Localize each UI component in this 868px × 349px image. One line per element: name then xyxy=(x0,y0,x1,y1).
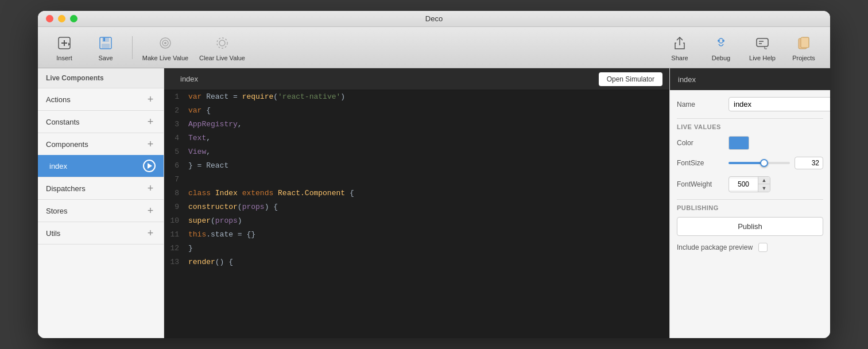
sidebar-section-stores-header[interactable]: Stores + xyxy=(38,200,164,222)
code-line-5: 5 View, xyxy=(164,145,669,159)
sidebar-section-utils-add[interactable]: + xyxy=(145,228,156,238)
line-num-13: 13 xyxy=(164,255,188,269)
code-editor[interactable]: 1 var React = require('react-native') 2 … xyxy=(164,90,669,338)
sidebar-section-stores-add[interactable]: + xyxy=(145,205,156,216)
projects-button[interactable]: Projects xyxy=(784,30,823,65)
line-num-6: 6 xyxy=(164,159,188,173)
line-content-11: this.state = {} xyxy=(188,228,669,242)
line-content-1: var React = require('react-native') xyxy=(188,90,669,104)
svg-point-10 xyxy=(164,42,166,44)
toolbar-separator-1 xyxy=(132,36,133,59)
line-num-11: 11 xyxy=(164,228,188,242)
svg-rect-7 xyxy=(103,38,105,41)
debug-icon xyxy=(712,34,730,52)
share-label: Share xyxy=(671,55,688,61)
fontweight-stepper-input[interactable] xyxy=(729,179,758,190)
right-panel: index Name LIVE VALUES Color FontSize xyxy=(669,68,830,338)
live-values-divider xyxy=(677,118,823,119)
fontsize-slider-container xyxy=(728,157,823,169)
share-icon xyxy=(671,34,689,52)
play-icon xyxy=(143,160,156,172)
sidebar-section-actions-label: Actions xyxy=(46,95,71,104)
line-num-7: 7 xyxy=(164,173,188,187)
fontsize-field-row: FontSize xyxy=(677,157,823,169)
svg-rect-16 xyxy=(757,38,768,46)
debug-button[interactable]: Debug xyxy=(702,30,741,65)
maximize-button[interactable] xyxy=(70,15,78,22)
code-line-9: 9 constructor(props) { xyxy=(164,200,669,214)
fontweight-label: FontWeight xyxy=(677,180,728,188)
insert-label: Insert xyxy=(56,55,72,61)
insert-button[interactable]: Insert xyxy=(45,30,84,65)
sidebar-section-actions: Actions + xyxy=(38,88,164,111)
sidebar-section-dispatchers-label: Dispatchers xyxy=(46,184,86,193)
line-content-5: View, xyxy=(188,145,669,159)
right-panel-content: Name LIVE VALUES Color FontSize xyxy=(670,90,830,338)
include-preview-label: Include package preview xyxy=(677,243,753,251)
sidebar-section-constants-label: Constants xyxy=(46,118,80,126)
code-line-4: 4 Text, xyxy=(164,131,669,145)
fontsize-slider[interactable] xyxy=(728,162,790,164)
sidebar-section-constants: Constants + xyxy=(38,111,164,133)
include-preview-checkbox[interactable] xyxy=(758,243,768,252)
sidebar-section-actions-add[interactable]: + xyxy=(145,94,156,104)
live-help-label: Live Help xyxy=(749,55,776,61)
debug-label: Debug xyxy=(712,55,730,61)
sidebar-header: Live Components xyxy=(38,68,164,88)
fontsize-value-input[interactable] xyxy=(795,157,823,169)
close-button[interactable] xyxy=(46,15,53,22)
sidebar-section-dispatchers-add[interactable]: + xyxy=(145,183,156,193)
window-controls xyxy=(46,15,78,22)
line-num-1: 1 xyxy=(164,90,188,104)
fontweight-stepper-arrows: ▲ ▼ xyxy=(758,177,770,192)
save-icon xyxy=(96,34,115,52)
fontsize-label: FontSize xyxy=(677,159,728,167)
minimize-button[interactable] xyxy=(58,15,65,22)
svg-point-15 xyxy=(722,40,724,42)
make-live-value-label: Make Live Value xyxy=(142,55,189,61)
code-line-10: 10 super(props) xyxy=(164,214,669,228)
app-window: Deco Insert xyxy=(38,11,830,338)
toolbar-left-group: Insert Save xyxy=(45,30,251,65)
line-content-2: var { xyxy=(188,104,669,118)
live-help-button[interactable]: Live Help xyxy=(743,30,782,65)
open-simulator-button[interactable]: Open Simulator xyxy=(599,72,662,86)
fontweight-decrement[interactable]: ▼ xyxy=(758,184,770,192)
color-label: Color xyxy=(677,139,728,147)
fontsize-slider-thumb xyxy=(760,159,768,167)
sidebar-section-dispatchers-header[interactable]: Dispatchers + xyxy=(38,177,164,199)
sidebar-section-constants-header[interactable]: Constants + xyxy=(38,111,164,133)
sidebar-section-actions-header[interactable]: Actions + xyxy=(38,88,164,110)
sidebar-section-components-add[interactable]: + xyxy=(145,139,156,149)
clear-live-value-button[interactable]: Clear Live Value xyxy=(193,30,251,65)
code-line-11: 11 this.state = {} xyxy=(164,228,669,242)
fontweight-increment[interactable]: ▲ xyxy=(758,177,770,184)
color-swatch[interactable] xyxy=(728,136,749,150)
save-button[interactable]: Save xyxy=(86,30,125,65)
sidebar-item-index[interactable]: index xyxy=(38,155,164,177)
code-line-13: 13 render() { xyxy=(164,255,669,269)
publish-button[interactable]: Publish xyxy=(677,217,823,236)
code-line-12: 12 } xyxy=(164,242,669,255)
editor-area: index Open Simulator 1 var React = requi… xyxy=(164,68,669,338)
line-num-3: 3 xyxy=(164,118,188,131)
make-live-value-button[interactable]: Make Live Value xyxy=(140,30,191,65)
editor-tab-bar: index Open Simulator xyxy=(164,68,669,90)
line-content-10: super(props) xyxy=(188,214,669,228)
sidebar-section-utils-header[interactable]: Utils + xyxy=(38,222,164,244)
share-button[interactable]: Share xyxy=(660,30,699,65)
code-line-8: 8 class Index extends React.Component { xyxy=(164,187,669,200)
fontweight-stepper: ▲ ▼ xyxy=(728,176,770,192)
code-line-1: 1 var React = require('react-native') xyxy=(164,90,669,104)
name-input[interactable] xyxy=(728,97,830,111)
sidebar-section-constants-add[interactable]: + xyxy=(145,117,156,127)
editor-tab[interactable]: index xyxy=(171,71,207,87)
sidebar-section-components-header[interactable]: Components + xyxy=(38,133,164,155)
line-num-12: 12 xyxy=(164,242,188,255)
line-content-6: } = React xyxy=(188,159,669,173)
main-layout: Live Components Actions + Constants + Co… xyxy=(38,68,830,338)
publishing-divider xyxy=(677,199,823,200)
name-label: Name xyxy=(677,100,728,108)
app-title: Deco xyxy=(425,14,443,23)
svg-point-12 xyxy=(219,40,225,46)
